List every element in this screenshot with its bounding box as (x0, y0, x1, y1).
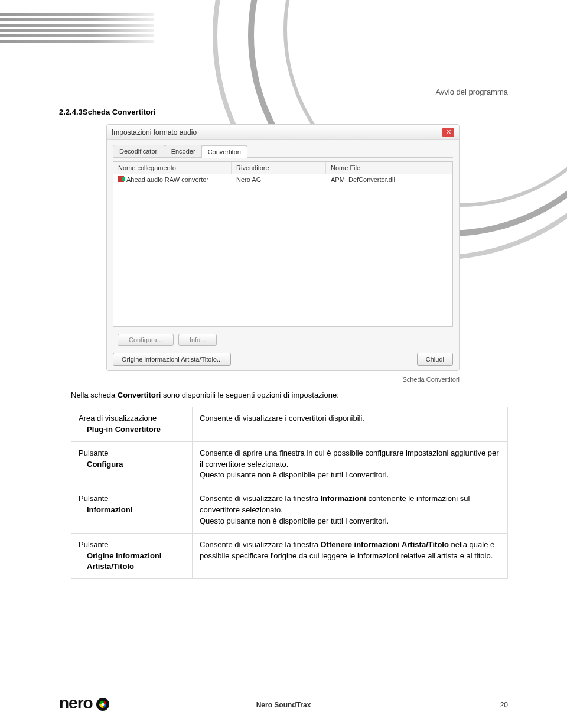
table-row: Pulsante Informazioni Consente di visual… (71, 488, 508, 534)
row-file: APM_DefConvertor.dll (326, 174, 452, 185)
row2-left-top: Pulsante (79, 448, 109, 457)
row4-left-top: Pulsante (79, 540, 109, 549)
figure-caption: Scheda Convertitori (402, 376, 460, 383)
tab-encoder[interactable]: Encoder (165, 145, 202, 157)
col-nome-collegamento[interactable]: Nome collegamento (113, 162, 232, 174)
close-icon[interactable]: ✕ (442, 128, 454, 137)
row2-left-sub: Configura (79, 459, 185, 470)
row1-left-top: Area di visualizzazione (79, 414, 157, 422)
footer-page-number: 20 (500, 701, 508, 709)
table-row: Area di visualizzazione Plug-in Converti… (71, 407, 508, 442)
row-name: Ahead audio RAW convertor (126, 176, 208, 183)
row3-desc-2: Questo pulsante non è disponibile per tu… (200, 516, 500, 527)
tab-convertitori[interactable]: Convertitori (201, 145, 247, 158)
intro-text-bold: Convertitori (118, 391, 161, 399)
row4-left-sub: Origine informazioni Artista/Titolo (79, 551, 185, 573)
row2-desc-1: Consente di aprire una finestra in cui è… (200, 448, 500, 470)
running-header: Avvio del programma (435, 87, 508, 96)
options-table: Area di visualizzazione Plug-in Converti… (71, 407, 508, 579)
col-rivenditore[interactable]: Rivenditore (232, 162, 326, 174)
intro-paragraph: Nella scheda Convertitori sono disponibi… (71, 390, 508, 401)
origine-informazioni-button[interactable]: Origine informazioni Artista/Titolo... (113, 353, 231, 366)
row3-desc-1: Consente di visualizzare la finestra Inf… (200, 493, 500, 516)
tab-decodificatori[interactable]: Decodificatori (113, 145, 165, 157)
section-heading: Scheda Convertitori (83, 108, 156, 116)
section-number: 2.2.4.3 (59, 108, 83, 116)
row4-desc: Consente di visualizzare la finestra Ott… (200, 540, 500, 562)
row3-left-sub: Informazioni (79, 505, 185, 516)
row1-left-sub: Plug-in Convertitore (79, 424, 185, 436)
dialog-screenshot: Impostazioni formato audio ✕ Decodificat… (106, 124, 460, 371)
row-vendor: Nero AG (232, 174, 326, 185)
list-item[interactable]: Ahead audio RAW convertor Nero AG APM_De… (113, 174, 452, 185)
col-nome-file[interactable]: Nome File (326, 162, 452, 174)
intro-text-a: Nella scheda (71, 391, 118, 399)
footer-product: Nero SoundTrax (0, 701, 567, 709)
table-row: Pulsante Configura Consente di aprire un… (71, 441, 508, 488)
converter-icon (118, 176, 124, 182)
row1-desc: Consente di visualizzare i convertitori … (193, 407, 508, 442)
info-button[interactable]: Info... (178, 334, 217, 346)
configura-button[interactable]: Configura... (118, 334, 174, 346)
header-decoration-lines (0, 13, 154, 43)
chiudi-button[interactable]: Chiudi (417, 353, 453, 366)
table-row: Pulsante Origine informazioni Artista/Ti… (71, 533, 508, 579)
row3-left-top: Pulsante (79, 494, 109, 503)
intro-text-c: sono disponibili le seguenti opzioni di … (161, 391, 338, 399)
dialog-titlebar: Impostazioni formato audio ✕ (107, 125, 459, 140)
row2-desc-2: Questo pulsante non è disponibile per tu… (200, 470, 500, 481)
dialog-tabs: Decodificatori Encoder Convertitori (113, 145, 453, 158)
dialog-title: Impostazioni formato audio (112, 128, 442, 136)
list-header: Nome collegamento Rivenditore Nome File (113, 162, 452, 174)
converter-list: Nome collegamento Rivenditore Nome File … (113, 161, 453, 327)
